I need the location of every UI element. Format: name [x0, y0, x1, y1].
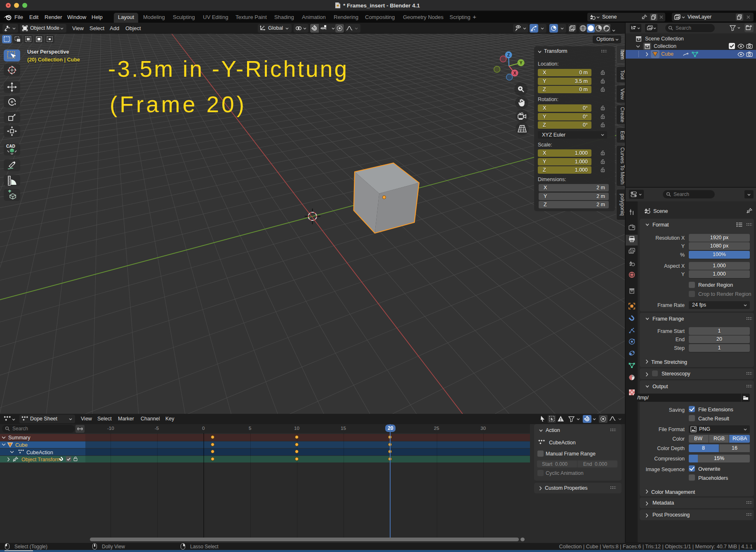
svg-text:Z: Z — [507, 53, 510, 57]
svg-text:X: X — [513, 71, 516, 75]
svg-text:Y: Y — [520, 61, 523, 65]
